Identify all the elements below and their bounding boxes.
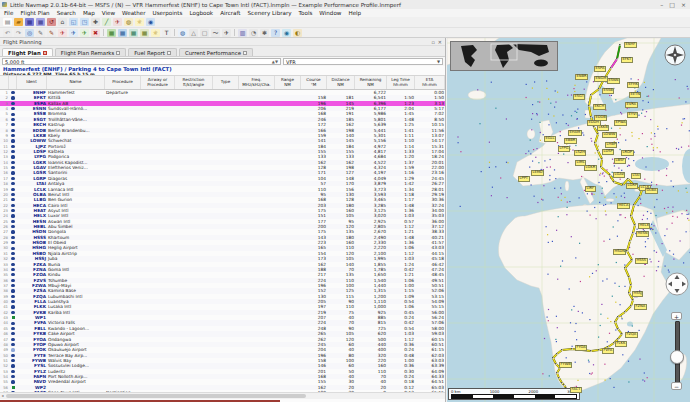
airport-label-lgrp[interactable]: LGRP [626, 183, 638, 189]
menu-search[interactable]: Search [57, 10, 76, 16]
menu-flight-plan[interactable]: Flight Plan [20, 10, 49, 16]
column-header[interactable]: Airway or Procedure [141, 76, 175, 89]
measure-distance-icon[interactable]: ╱ [102, 18, 111, 26]
map-text-icon[interactable]: T [162, 29, 171, 37]
menu-window[interactable]: Window [319, 10, 341, 16]
column-header[interactable]: Range NM [275, 76, 301, 89]
map-theme-plain-icon[interactable]: ▦ [129, 29, 138, 37]
airport-label-fzqa[interactable]: FZQA [625, 332, 638, 338]
menu-help[interactable]: Help [348, 10, 361, 16]
airport-label-fywb[interactable]: FYWB [559, 362, 572, 368]
table-header[interactable]: IdentNameProcedureAirway or ProcedureRes… [0, 75, 445, 90]
menu-file[interactable]: File [4, 10, 13, 16]
airport-label-esnn[interactable]: ESNN [607, 78, 620, 84]
map-theme-simple-icon[interactable]: ▦ [118, 29, 127, 37]
menu-tools[interactable]: Tools [299, 10, 313, 16]
column-header[interactable]: Procedure [105, 76, 141, 89]
airport-label-esgt[interactable]: ESGT [573, 94, 585, 100]
airport-label-essb[interactable]: ESSB [602, 88, 614, 94]
add-airport-icon[interactable]: ✈ [58, 29, 67, 37]
menu-view[interactable]: View [102, 10, 115, 16]
map-theme-openstreetmap-icon[interactable]: ▦ [107, 29, 116, 37]
cruise-altitude-spinbox[interactable]: 5,000 ft ▲▼ [2, 58, 281, 65]
airport-label-egll[interactable]: EGLL [544, 136, 556, 142]
sun-shading-icon[interactable]: ☼ [151, 29, 160, 37]
close-button[interactable]: × [681, 1, 686, 8]
redo-icon[interactable]: ↷ [14, 29, 23, 37]
airport-label-heca[interactable]: HECA [617, 203, 630, 209]
zoom-out-button[interactable]: − [671, 382, 682, 390]
globe-icon[interactable]: ◉ [282, 29, 291, 37]
open-flightplan-icon[interactable]: ▰ [14, 18, 23, 26]
home-map-icon[interactable]: ⌂ [58, 18, 67, 26]
airport-label-epwa[interactable]: EPWA [614, 120, 627, 126]
airport-label-lemd[interactable]: LEMD [531, 170, 544, 176]
airport-label-eetn[interactable]: EETN [629, 92, 641, 98]
airport-label-ltai[interactable]: LTAI [631, 173, 641, 179]
column-header[interactable]: Freq. MHz/kHz/Cha. [239, 76, 275, 89]
airport-label-efhk[interactable]: EFHK [627, 82, 639, 88]
maximize-button[interactable]: □ [669, 1, 675, 8]
column-header[interactable]: Ident [17, 76, 47, 89]
map-view[interactable]: + − 0 km100020003000 ENHFEFKTESPAESNNESS… [447, 38, 690, 402]
exit-icon[interactable]: ◉ [146, 18, 155, 26]
flight-rules-combo[interactable]: VFR ▼ [283, 58, 443, 65]
center-aircraft-icon[interactable]: ✈ [222, 29, 231, 37]
tab-flight-plan[interactable]: Flight Plan [2, 48, 53, 56]
append-icon[interactable]: ✈ [80, 29, 89, 37]
edit-plan-icon[interactable]: ✎ [47, 29, 56, 37]
airport-label-flkk[interactable]: FLKK [615, 341, 627, 347]
airport-label-lfpg[interactable]: LFPG [558, 146, 570, 152]
column-header[interactable] [9, 76, 17, 89]
help-icon[interactable]: ? [271, 29, 280, 37]
delete-leg-icon[interactable]: ✖ [91, 29, 100, 37]
map-pan-dpad[interactable] [665, 272, 689, 296]
column-header[interactable]: Course °M [301, 76, 327, 89]
airport-label-ekch[interactable]: EKCH [593, 104, 606, 110]
airport-label-enbr[interactable]: ENBR [575, 74, 588, 80]
airport-label-lrop[interactable]: LROP [621, 150, 634, 156]
airport-label-evra[interactable]: EVRA [625, 102, 638, 108]
menu-aircraft[interactable]: Aircraft [220, 10, 240, 16]
airport-label-lgkr[interactable]: LGKR [584, 165, 597, 171]
route-calc-icon[interactable]: ✈ [113, 18, 122, 26]
column-header[interactable]: Name [47, 76, 105, 89]
airport-label-lhbp[interactable]: LHBP [605, 142, 617, 148]
tab-fuel-report[interactable]: Fuel Report [128, 48, 177, 56]
compass-rose-icon[interactable] [663, 43, 687, 67]
aircraft-trail-icon[interactable]: 〜 [211, 29, 220, 37]
airport-label-efkt[interactable]: EFKT [621, 57, 633, 63]
airport-label-enhf[interactable]: ENHF [624, 42, 637, 48]
show-airspaces-icon[interactable]: ▢ [200, 29, 209, 37]
column-header[interactable]: Leg Time hh:mm [387, 76, 415, 89]
airport-label-eham[interactable]: EHAM [568, 130, 582, 136]
zoom-slider-handle[interactable] [670, 350, 684, 364]
userpoints-icon[interactable]: ◔ [249, 29, 258, 37]
airport-label-lgav[interactable]: LGAV [613, 172, 625, 178]
menu-userpoints[interactable]: Userpoints [153, 10, 183, 16]
airport-label-eyvi[interactable]: EYVI [627, 112, 638, 118]
airport-label-hsdn[interactable]: HSDN [613, 249, 626, 255]
column-header[interactable]: ETA hh:mm [415, 76, 445, 89]
column-header[interactable] [0, 76, 9, 89]
minimize-button[interactable]: – [660, 1, 663, 8]
airport-label-liml[interactable]: LIML [575, 160, 586, 166]
column-header[interactable]: Type [213, 76, 239, 89]
fit-window-icon[interactable]: ◳ [80, 18, 89, 26]
airport-label-lszh[interactable]: LSZH [574, 150, 586, 156]
airport-label-loww[interactable]: LOWW [602, 132, 617, 138]
overview-world-map[interactable] [450, 41, 558, 71]
center-flightplan-icon[interactable]: ◱ [69, 18, 78, 26]
airport-label-hssj[interactable]: HSSJ [632, 291, 643, 297]
dock-title[interactable]: Flight Planning ▫ ✕ [0, 38, 445, 46]
dock-close-icon[interactable]: ✕ [438, 39, 442, 45]
search-icon[interactable]: ◎ [25, 29, 34, 37]
airport-label-engm[interactable]: ENGM [594, 76, 608, 82]
airport-label-olba[interactable]: OLBA [645, 188, 658, 194]
airport-label-hsss[interactable]: HSSS [635, 258, 648, 264]
menu-weather[interactable]: Weather [122, 10, 146, 16]
airport-label-lppt[interactable]: LPPT [518, 176, 530, 182]
airport-label-lirf[interactable]: LIRF [585, 186, 596, 192]
column-header[interactable]: Remaining NM [355, 76, 387, 89]
show-navaids-icon[interactable]: △ [189, 29, 198, 37]
